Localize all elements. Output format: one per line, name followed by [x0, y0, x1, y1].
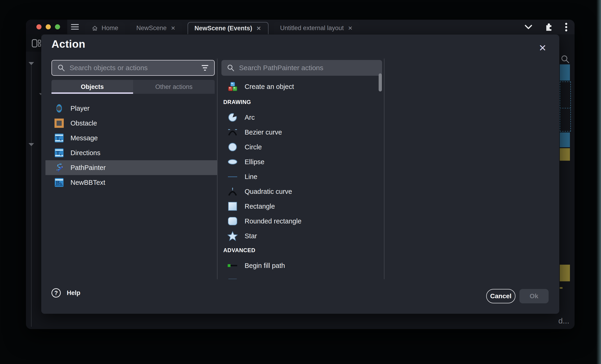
rectangle-icon: [228, 201, 238, 211]
arc-icon: [228, 112, 238, 123]
action-label: Rounded rectangle: [245, 217, 301, 225]
tab-untitled-external-layout[interactable]: Untitled external layout ✕: [274, 22, 360, 34]
list-item-directions[interactable]: T x Directions: [45, 145, 217, 160]
svg-text:B: B: [56, 180, 60, 186]
action-label: Bezier curve: [245, 128, 282, 136]
search-icon: [58, 64, 65, 72]
text-object-icon: T x: [54, 133, 64, 143]
object-label: Message: [70, 134, 98, 142]
object-label: NewBBText: [70, 179, 105, 186]
minimize-window-button[interactable]: [46, 24, 51, 29]
close-window-button[interactable]: [36, 24, 41, 29]
help-button[interactable]: ? Help: [51, 288, 80, 297]
zoom-window-button[interactable]: [55, 24, 60, 29]
close-tab-icon[interactable]: ✕: [256, 25, 261, 32]
tab-newscene-events[interactable]: NewScene (Events) ✕: [188, 22, 269, 34]
object-label: Directions: [70, 149, 100, 157]
desktop-background-edge: [596, 0, 601, 364]
action-item-arc[interactable]: Arc: [221, 110, 384, 125]
search-events-icon[interactable]: [561, 55, 570, 64]
action-dialog: Action ✕ Objects Other actions: [41, 35, 559, 314]
fold-triangle-icon[interactable]: [29, 143, 34, 146]
tab-label: Untitled external layout: [280, 25, 344, 32]
action-label: Star: [245, 232, 257, 240]
section-header-drawing: DRAWING: [221, 99, 384, 105]
action-item-begin-fill-path[interactable]: Begin fill path: [221, 258, 384, 273]
ellipse-icon: [228, 157, 238, 167]
tab-label: NewScene: [136, 25, 167, 32]
action-search-input[interactable]: [239, 64, 377, 72]
add-event-partial-text[interactable]: d...: [558, 316, 569, 325]
action-list-scrollbar[interactable]: [379, 73, 382, 91]
bezier-curve-icon: [228, 127, 238, 137]
tab-other-actions[interactable]: Other actions: [133, 80, 215, 94]
action-item-quadratic-curve[interactable]: Quadratic curve: [221, 184, 384, 199]
line-icon: [228, 172, 238, 182]
action-label: Quadratic curve: [245, 188, 292, 195]
object-search-input[interactable]: [70, 64, 197, 72]
action-item-bezier-curve[interactable]: Bezier curve: [221, 125, 384, 140]
event-comment-block[interactable]: [560, 265, 570, 281]
action-item-rounded-rectangle[interactable]: Rounded rectangle: [221, 214, 384, 229]
event-drop-divider: [560, 108, 571, 108]
action-item-circle[interactable]: Circle: [221, 140, 384, 154]
path-painter-icon: [54, 163, 64, 172]
event-indent-line: [31, 65, 31, 327]
filter-icon[interactable]: [201, 65, 209, 71]
list-item-player[interactable]: Player: [45, 101, 217, 116]
main-menu-icon[interactable]: [71, 24, 79, 30]
description-divider: [384, 58, 384, 279]
event-comment-block[interactable]: [560, 148, 570, 161]
list-item-pathpainter[interactable]: PathPainter: [45, 160, 217, 175]
action-item-create-object[interactable]: Create an object: [221, 80, 384, 93]
action-item-line[interactable]: Line: [221, 169, 384, 184]
tab-home[interactable]: Home: [85, 22, 125, 34]
quadratic-curve-icon: [228, 186, 238, 197]
toggle-panels-icon[interactable]: [31, 39, 41, 48]
tab-newscene[interactable]: NewScene ✕: [130, 22, 182, 34]
list-item-message[interactable]: T x Message: [45, 131, 217, 145]
action-item-clipped[interactable]: [221, 273, 384, 279]
editor-tabs: Home NewScene ✕ NewScene (Events) ✕ Unti…: [85, 22, 360, 34]
kebab-menu-icon[interactable]: [565, 22, 568, 32]
cancel-button[interactable]: Cancel: [486, 289, 515, 303]
obstacle-icon: [54, 118, 64, 128]
object-type-tabs: Objects Other actions: [51, 80, 215, 94]
list-item-newbbtext[interactable]: B b NewBBText: [45, 175, 217, 190]
fold-triangle-icon[interactable]: [29, 62, 34, 65]
panel-divider: [217, 58, 218, 279]
object-search-box: [51, 60, 215, 76]
event-action-block[interactable]: [560, 64, 570, 81]
action-label: Rectangle: [245, 203, 275, 210]
object-list: Player Obstacle T x: [45, 101, 217, 190]
event-drop-zone[interactable]: [560, 82, 571, 132]
action-label: Create an object: [245, 83, 294, 91]
chevron-down-icon[interactable]: [524, 25, 532, 30]
list-item-obstacle[interactable]: Obstacle: [45, 116, 217, 131]
tab-objects[interactable]: Objects: [51, 80, 133, 94]
close-tab-icon[interactable]: ✕: [170, 25, 176, 31]
topbar-actions: [524, 20, 568, 34]
player-icon: [54, 104, 64, 113]
object-label: Player: [70, 105, 90, 112]
bbtext-icon: B b: [54, 178, 64, 187]
help-label: Help: [67, 289, 80, 297]
tab-label: NewScene (Events): [195, 25, 252, 32]
action-item-star[interactable]: Star: [221, 229, 384, 243]
help-icon: ?: [51, 288, 61, 297]
event-action-block[interactable]: [560, 133, 570, 147]
dialog-close-icon[interactable]: ✕: [537, 42, 549, 54]
svg-text:T: T: [56, 135, 60, 141]
action-item-rectangle[interactable]: Rectangle: [221, 199, 384, 214]
titlebar: Home NewScene ✕ NewScene (Events) ✕ Unti…: [26, 20, 575, 34]
svg-text:b: b: [60, 182, 62, 186]
action-list: Create an object DRAWING Arc: [221, 78, 384, 279]
close-tab-icon[interactable]: ✕: [348, 25, 353, 31]
ok-button[interactable]: Ok: [519, 289, 549, 303]
action-search-box: [221, 60, 382, 76]
star-icon: [228, 231, 238, 241]
extensions-puzzle-icon[interactable]: [544, 23, 553, 31]
svg-text:T: T: [56, 150, 60, 156]
action-item-ellipse[interactable]: Ellipse: [221, 154, 384, 169]
search-icon: [227, 64, 234, 72]
